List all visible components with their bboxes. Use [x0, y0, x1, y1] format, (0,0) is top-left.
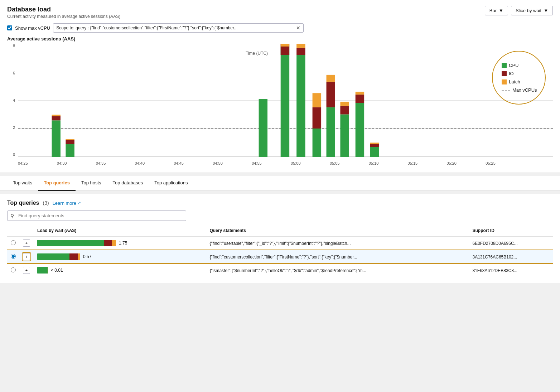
svg-rect-17	[327, 82, 335, 107]
table-section: Top queries (3) Learn more ↗ ⚲ Load by w…	[0, 194, 560, 283]
row-query-cell: {"find":"customerscollection","filter":{…	[206, 250, 469, 263]
svg-rect-24	[356, 92, 364, 95]
svg-rect-3	[66, 144, 74, 157]
row-expand-cell[interactable]: +	[19, 236, 34, 250]
load-bar-latch	[78, 253, 80, 260]
table-row: + 0.57 {"find":"customerscollection","fi…	[7, 250, 553, 263]
row-radio-cell[interactable]	[7, 236, 19, 250]
svg-rect-12	[296, 44, 305, 48]
svg-rect-7	[281, 47, 289, 157]
table-row: + < 0.01 {"ismaster":{"$numberInt":"?"},…	[7, 263, 553, 277]
y-axis: 8 6 4 2 0	[7, 44, 18, 165]
row-query-cell: {"ismaster":{"$numberInt":"?"},"helloOk"…	[206, 263, 469, 277]
svg-rect-14	[313, 107, 321, 129]
chart-title-group: Database load Current activity measured …	[7, 6, 120, 19]
svg-rect-6	[259, 99, 267, 157]
legend-cpu: CPU	[502, 63, 518, 68]
row-radio[interactable]	[11, 254, 16, 259]
svg-rect-4	[66, 140, 74, 144]
load-value: < 0.01	[51, 268, 63, 273]
bar-group-5	[313, 93, 321, 157]
query-text: {"find":"usertable","filter":{"_id":"?"}…	[210, 241, 351, 246]
tab-top-hosts[interactable]: Top hosts	[76, 176, 107, 191]
legend-maxvcpu-swatch	[502, 90, 510, 91]
tab-top-queries[interactable]: Top queries	[38, 176, 76, 191]
legend-maxvcpu-label: Max vCPUs	[512, 87, 537, 93]
bar-group-3	[281, 44, 289, 157]
svg-rect-9	[281, 44, 289, 47]
row-expand-cell[interactable]: +	[19, 263, 34, 277]
svg-rect-22	[356, 103, 364, 157]
load-value: 1.75	[119, 241, 127, 246]
svg-rect-10	[296, 55, 305, 157]
row-load-cell: 0.57	[34, 250, 206, 263]
row-expand-cell[interactable]: +	[19, 250, 34, 263]
tab-top-databases[interactable]: Top databases	[107, 176, 149, 191]
main-container: Database load Current activity measured …	[0, 0, 560, 283]
load-bar-track	[37, 253, 80, 260]
svg-rect-2	[52, 115, 60, 116]
row-load-cell: 1.75	[34, 236, 206, 250]
load-value: 0.57	[83, 254, 91, 259]
row-radio[interactable]	[11, 240, 16, 245]
load-bar-container: 1.75	[37, 240, 203, 246]
selected-row-indicator	[11, 254, 16, 260]
chart-outer: 8 6 4 2 0	[7, 44, 553, 165]
tab-top-applications[interactable]: Top applications	[149, 176, 193, 191]
show-max-vcpu-label: Show max vCPU	[15, 25, 50, 31]
expand-button[interactable]: +	[23, 253, 30, 260]
table-row: + 1.75 {"find":"usertable","filter":{"_i…	[7, 236, 553, 250]
count-badge: (3)	[43, 200, 49, 206]
load-bar-io	[104, 240, 112, 246]
chart-type-dropdown[interactable]: Bar ▼	[485, 6, 508, 15]
load-bar-container: < 0.01	[37, 267, 203, 274]
chart-inner: 04:25 04:30 04:35 04:40 04:45 04:50 04:5…	[18, 44, 553, 165]
chart-title: Database load	[7, 6, 120, 13]
tab-top-waits[interactable]: Top waits	[7, 176, 38, 191]
header-row: Load by wait (AAS) Query statements Supp…	[7, 225, 553, 236]
section-title: Top queries	[7, 200, 39, 206]
row-radio[interactable]	[11, 267, 16, 272]
scope-filter[interactable]: Scope to: query : {"find":"customerscoll…	[53, 23, 304, 33]
chart-wrapper: 8 6 4 2 0	[7, 44, 553, 165]
svg-rect-0	[52, 120, 60, 157]
checkbox-row: Show max vCPU Scope to: query : {"find":…	[7, 23, 553, 33]
load-bar-io	[69, 253, 78, 260]
x-axis-labels: 04:25 04:30 04:35 04:40 04:45 04:50 04:5…	[18, 161, 496, 165]
bar-group-0	[52, 115, 60, 157]
tabs-bar: Top waits Top queries Top hosts Top data…	[0, 176, 560, 191]
queries-table: Load by wait (AAS) Query statements Supp…	[7, 225, 553, 277]
scope-filter-text: Scope to: query : {"find":"customerscoll…	[56, 25, 294, 30]
learn-more-link[interactable]: Learn more ↗	[53, 200, 81, 206]
load-bar-track	[37, 240, 116, 246]
svg-rect-1	[52, 116, 60, 120]
load-bar-latch	[48, 267, 48, 274]
scope-filter-close[interactable]: ✕	[296, 25, 300, 31]
query-search-input[interactable]	[7, 210, 186, 221]
support-id: 3A131C76AC65B102...	[473, 255, 517, 260]
chart-legend: CPU IO Latch Max vCPUs	[492, 51, 546, 105]
svg-rect-26	[370, 144, 379, 147]
load-bar-latch	[112, 240, 116, 246]
row-radio-cell[interactable]	[7, 263, 19, 277]
bar-group-9	[370, 142, 379, 157]
table-header: Load by wait (AAS) Query statements Supp…	[7, 225, 553, 236]
tabs-section: Top waits Top queries Top hosts Top data…	[0, 176, 560, 191]
load-bar-cpu	[37, 253, 69, 260]
show-max-vcpu-checkbox[interactable]	[7, 25, 12, 30]
expand-button[interactable]: +	[23, 239, 30, 247]
load-bar-container: 0.57	[37, 253, 203, 260]
external-link-icon: ↗	[77, 200, 81, 205]
legend-cpu-label: CPU	[509, 63, 518, 68]
query-text: {"find":"customerscollection","filter":{…	[210, 255, 357, 260]
col-load: Load by wait (AAS)	[34, 225, 206, 236]
legend-maxvcpu: Max vCPUs	[502, 87, 537, 93]
row-radio-cell[interactable]	[7, 250, 19, 263]
svg-rect-16	[327, 107, 335, 157]
search-container: ⚲	[7, 210, 186, 221]
svg-rect-23	[356, 95, 364, 103]
legend-cpu-swatch	[502, 63, 507, 68]
row-query-cell: {"find":"usertable","filter":{"_id":"?"}…	[206, 236, 469, 250]
expand-button[interactable]: +	[23, 267, 30, 274]
slice-by-dropdown[interactable]: Slice by wait ▼	[511, 6, 553, 15]
